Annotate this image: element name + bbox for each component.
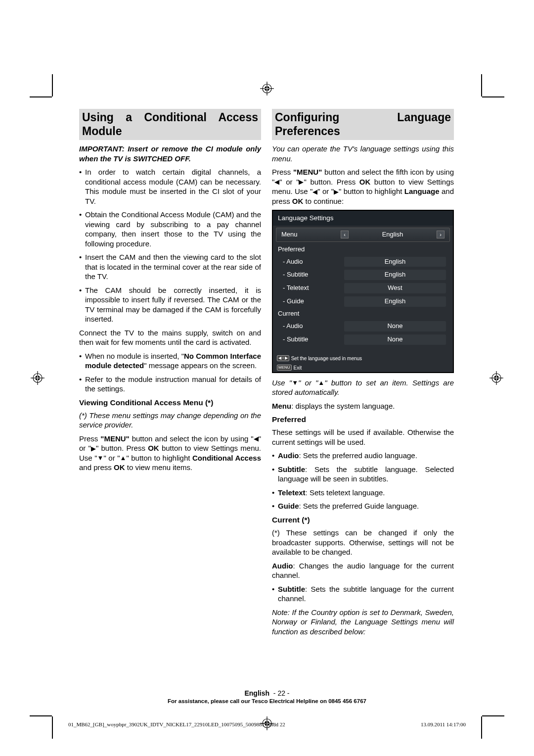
paragraph: Press "MENU" button and select the fifth… xyxy=(272,167,454,206)
crop-mark xyxy=(482,715,504,716)
paragraph: These settings will be used if available… xyxy=(272,427,454,447)
menu-row-selected: Menu ‹ English › xyxy=(276,228,450,242)
right-arrow-icon: › xyxy=(437,231,445,238)
menu-row: - AudioEnglish xyxy=(273,255,453,269)
file-name: 01_MB62_[GB]_woypbpr_3902UK_IDTV_NICKEL1… xyxy=(68,721,285,727)
registration-mark-icon xyxy=(490,371,503,385)
menu-hint: MENUExit xyxy=(273,363,453,372)
crop-mark xyxy=(481,716,482,739)
important-note: IMPORTANT: Insert or remove the CI modul… xyxy=(79,144,261,163)
note: (*) These menu settings may change depen… xyxy=(79,411,261,430)
section-heading: Using a Conditional Access Module xyxy=(79,109,261,140)
list-item: Refer to the module instruction manual f… xyxy=(79,375,261,394)
right-arrow-icon: ▶ xyxy=(299,178,304,187)
crop-mark xyxy=(52,716,53,739)
nav-badge-icon: ◀ I ▶ xyxy=(277,355,289,361)
section-heading: Configuring Language Preferences xyxy=(272,109,454,140)
registration-mark-icon xyxy=(260,82,274,95)
crop-mark xyxy=(482,96,504,97)
left-column: Using a Conditional Access Module IMPORT… xyxy=(79,109,261,640)
list-item: When no module is inserted, "No Common I… xyxy=(79,351,261,371)
list-item: In order to watch certain digital channe… xyxy=(79,167,261,206)
menu-item-value: English xyxy=(351,230,435,240)
sub-heading: Viewing Conditional Access Menu (*) xyxy=(79,398,261,408)
paragraph: Press "MENU" button and select the icon … xyxy=(79,434,261,472)
sub-heading: Current (*) xyxy=(272,515,454,525)
crop-mark xyxy=(30,715,52,716)
menu-badge-icon: MENU xyxy=(277,365,292,371)
sub-heading: Preferred xyxy=(272,415,454,425)
paragraph: Menu: displays the system language. xyxy=(272,401,454,411)
menu-row: - SubtitleEnglish xyxy=(273,268,453,282)
down-arrow-icon: ▼ xyxy=(97,454,104,463)
down-arrow-icon: ▼ xyxy=(292,379,298,387)
list-item: The CAM should be correctly inserted, it… xyxy=(79,285,261,324)
left-arrow-icon: ‹ xyxy=(341,231,349,238)
list-item: Subtitle: Sets the subtitle language for… xyxy=(272,584,454,604)
menu-row: - AudioNone xyxy=(273,320,453,333)
right-arrow-icon: ▶ xyxy=(91,445,96,453)
left-arrow-icon: ◀ xyxy=(254,435,259,443)
language-settings-menu: Language Settings Menu ‹ English › Prefe… xyxy=(272,210,454,373)
right-column: Configuring Language Preferences You can… xyxy=(272,109,454,640)
bullet-list: Audio: Sets the preferred audio language… xyxy=(272,451,454,511)
menu-item-label: Menu xyxy=(281,231,341,239)
menu-row: - TeletextWest xyxy=(273,282,453,295)
right-arrow-icon: ▶ xyxy=(334,188,339,196)
up-arrow-icon: ▲ xyxy=(318,379,324,387)
left-arrow-icon: ◀ xyxy=(312,188,317,196)
left-arrow-icon: ◀ xyxy=(274,178,279,187)
list-item: Teletext: Sets teletext language. xyxy=(272,488,454,498)
intro-note: You can operate the TV's language settin… xyxy=(272,144,454,163)
bullet-list: Subtitle: Sets the subtitle language for… xyxy=(272,584,454,604)
menu-group-label: Current xyxy=(273,308,453,320)
crop-mark xyxy=(481,74,482,96)
bullet-list: When no module is inserted, "No Common I… xyxy=(79,351,261,394)
paragraph: Connect the TV to the mains supply, swit… xyxy=(79,328,261,347)
list-item: Audio: Sets the preferred audio language… xyxy=(272,451,454,461)
note: Use "▼" or "▲" button to set an item. Se… xyxy=(272,378,454,397)
menu-title: Language Settings xyxy=(273,211,453,226)
manual-page: Using a Conditional Access Module IMPORT… xyxy=(0,0,534,756)
list-item: Obtain the Conditional Access Module (CA… xyxy=(79,210,261,248)
content-area: Using a Conditional Access Module IMPORT… xyxy=(79,109,455,640)
print-date: 13.09.2011 14:17:00 xyxy=(421,721,466,727)
page-footer: English - 22 - For assistance, please ca… xyxy=(0,689,534,704)
paragraph: (*) These settings can be changed if onl… xyxy=(272,528,454,557)
print-metadata: 01_MB62_[GB]_woypbpr_3902UK_IDTV_NICKEL1… xyxy=(68,721,466,727)
menu-hint: ◀ I ▶Set the language used in menus xyxy=(273,353,453,363)
up-arrow-icon: ▲ xyxy=(120,454,127,463)
list-item: Insert the CAM and then the viewing card… xyxy=(79,252,261,282)
crop-mark xyxy=(30,96,52,97)
registration-mark-icon xyxy=(31,371,44,385)
paragraph: Audio: Changes the audio language for th… xyxy=(272,561,454,580)
crop-mark xyxy=(52,74,53,96)
bullet-list: In order to watch certain digital channe… xyxy=(79,167,261,324)
menu-row: - SubtitleNone xyxy=(273,333,453,346)
note: Note: If the Country option is set to De… xyxy=(272,608,454,637)
helpline-text: For assistance, please call our Tesco El… xyxy=(0,698,534,704)
list-item: Guide: Sets the preferred Guide language… xyxy=(272,501,454,511)
menu-group-label: Preferred xyxy=(273,244,453,255)
list-item: Subtitle: Sets the subtitle language. Se… xyxy=(272,465,454,484)
menu-row: - GuideEnglish xyxy=(273,295,453,308)
